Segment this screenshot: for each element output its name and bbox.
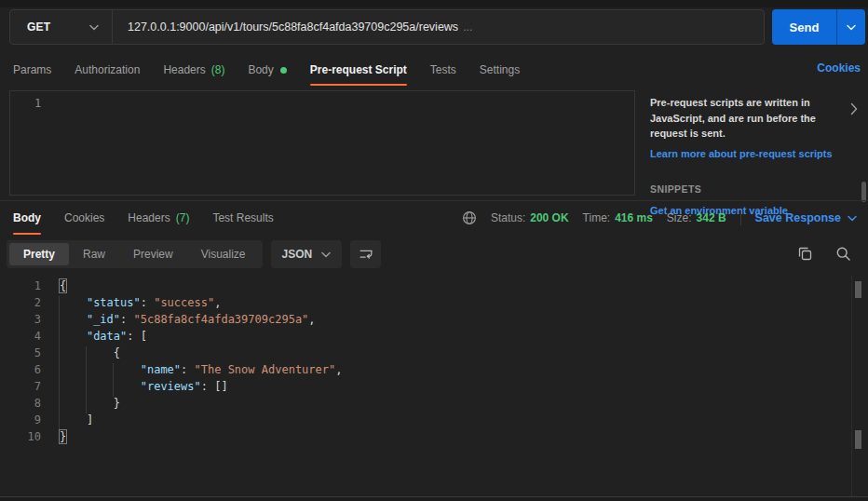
size-badge: Size: 342 B [667,211,726,224]
code-text: "status": "success", [41,296,221,313]
editor-ruler-border [851,276,852,496]
code-text: "name": "The Snow Adventurer", [41,363,342,380]
code-text: "_id": "5c88fa8cf4afda39709c295a", [41,313,316,330]
tab-pre-request-script[interactable]: Pre-request Script [310,54,407,86]
code-text: } [41,430,66,447]
code-text: { [41,279,66,296]
tab-label: Cookies [64,211,104,224]
status-badge: Status: 200 OK [491,211,569,224]
tab-label: Headers [128,211,170,224]
editor-scrollbar-mark[interactable] [855,281,861,298]
wrap-text-button[interactable] [350,240,381,268]
code-line: 7 "reviews": [] [0,380,868,397]
tab-headers[interactable]: Headers(8) [163,54,224,86]
send-options-button[interactable] [836,9,865,45]
response-view-bar: Pretty Raw Preview Visualize JSON [7,240,381,268]
save-response-label: Save Response [755,211,841,224]
tab-authorization[interactable]: Authorization [75,54,140,86]
code-line: 9 ] [0,413,868,430]
line-number: 9 [0,413,41,430]
learn-more-link[interactable]: Learn more about pre-request scripts [650,148,833,159]
top-strip [0,0,868,7]
save-response-button[interactable]: Save Response [755,211,857,224]
line-number: 8 [0,397,41,413]
tab-label: Settings [480,63,520,76]
tab-body[interactable]: Body [248,54,286,86]
view-mode-segmented-control: Pretty Raw Preview Visualize [7,240,263,268]
copy-icon [797,246,813,262]
code-text: ] [41,413,93,430]
tab-settings[interactable]: Settings [480,54,520,86]
tab-label: Body [248,63,273,76]
tab-tests[interactable]: Tests [430,54,456,86]
editor-scrollbar-mark[interactable] [855,430,861,449]
line-number: 7 [0,380,41,397]
code-text: { [41,346,120,363]
response-body-editor[interactable]: 1{2 "status": "success",3 "_id": "5c88fa… [0,276,868,496]
request-tabs: Params Authorization Headers(8) Body Pre… [13,54,520,86]
seg-label: Pretty [23,248,55,261]
indent-guide [86,380,87,397]
code-line: 3 "_id": "5c88fa8cf4afda39709c295a", [0,313,868,330]
time-label: Time: [583,211,611,224]
send-button-group: Send [772,9,865,45]
size-value: 342 B [697,211,726,224]
tab-response-headers[interactable]: Headers(7) [128,201,189,235]
line-number: 10 [0,430,41,447]
search-button[interactable] [835,246,851,262]
view-preview[interactable]: Preview [119,243,187,265]
cookies-link[interactable]: Cookies [817,61,861,74]
view-raw[interactable]: Raw [69,243,119,265]
code-text: "data": [ [41,330,147,346]
line-number: 1 [34,97,41,110]
chevron-right-icon [850,102,858,115]
method-label: GET [27,20,50,34]
help-panel-scrollbar[interactable] [861,182,866,202]
indent-guide [59,397,60,413]
response-code-lines: 1{2 "status": "success",3 "_id": "5c88fa… [0,279,868,447]
response-headers-count-badge: (7) [176,211,190,224]
line-number: 4 [0,330,41,346]
postman-window: GET 127.0.0.1:9000/api/v1/tours/5c88fa8c… [0,0,868,501]
tab-response-body[interactable]: Body [13,201,41,235]
view-pretty[interactable]: Pretty [9,243,69,265]
status-label: Status: [491,211,525,224]
tab-response-cookies[interactable]: Cookies [64,201,104,235]
indent-guide [86,397,87,413]
code-text: } [41,397,120,413]
size-label: Size: [667,211,692,224]
status-value: 200 OK [530,211,568,224]
indent-guide [59,296,60,313]
tab-label: Tests [430,63,456,76]
bottom-strip [0,497,868,501]
response-actions [797,246,851,262]
line-number: 2 [0,296,41,313]
view-visualize[interactable]: Visualize [187,243,260,265]
send-label: Send [790,20,820,34]
pre-request-script-editor[interactable]: 1 [9,90,635,196]
send-button[interactable]: Send [772,9,836,45]
format-dropdown[interactable]: JSON [271,240,343,268]
tab-label: Authorization [75,63,140,76]
indent-guide [59,330,60,346]
tab-test-results[interactable]: Test Results [212,201,273,235]
indent-guide [86,363,87,380]
indent-guide [59,413,60,430]
method-dropdown[interactable]: GET [10,10,113,44]
collapse-panel-button[interactable] [850,102,858,115]
tab-params[interactable]: Params [13,54,51,86]
help-description: Pre-request scripts are written in JavaS… [650,95,848,142]
request-url-bar: GET 127.0.0.1:9000/api/v1/tours/5c88fa8c… [9,9,765,45]
url-input[interactable]: 127.0.0.1:9000/api/v1/tours/5c88fa8cf4af… [113,10,764,44]
code-line: 6 "name": "The Snow Adventurer", [0,363,868,380]
network-globe-icon [462,210,477,225]
indent-guide [59,346,60,363]
url-text: 127.0.0.1:9000/api/v1/tours/5c88fa8cf4af… [128,20,458,34]
chevron-down-icon [321,251,331,258]
time-badge: Time: 416 ms [583,211,653,224]
copy-button[interactable] [797,246,813,262]
tab-label: Pre-request Script [310,63,407,76]
tab-label: Headers [163,63,205,76]
line-number: 5 [0,346,41,363]
code-line: 5 { [0,346,868,363]
